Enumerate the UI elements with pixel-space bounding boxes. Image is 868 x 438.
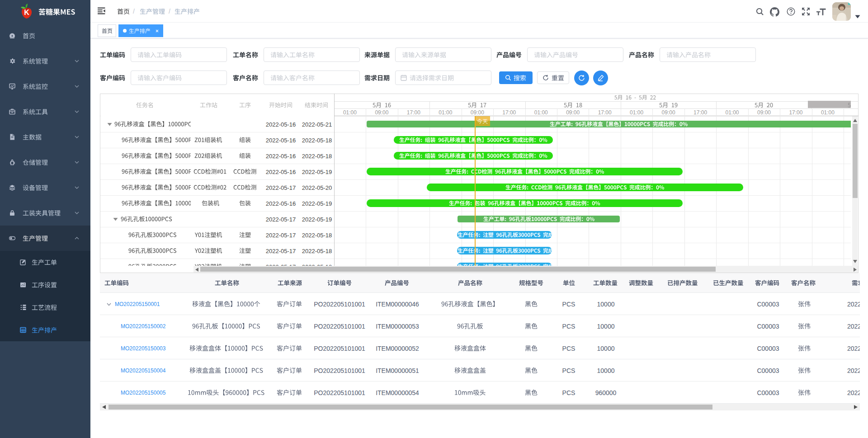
svg-text:K: K: [24, 9, 29, 16]
